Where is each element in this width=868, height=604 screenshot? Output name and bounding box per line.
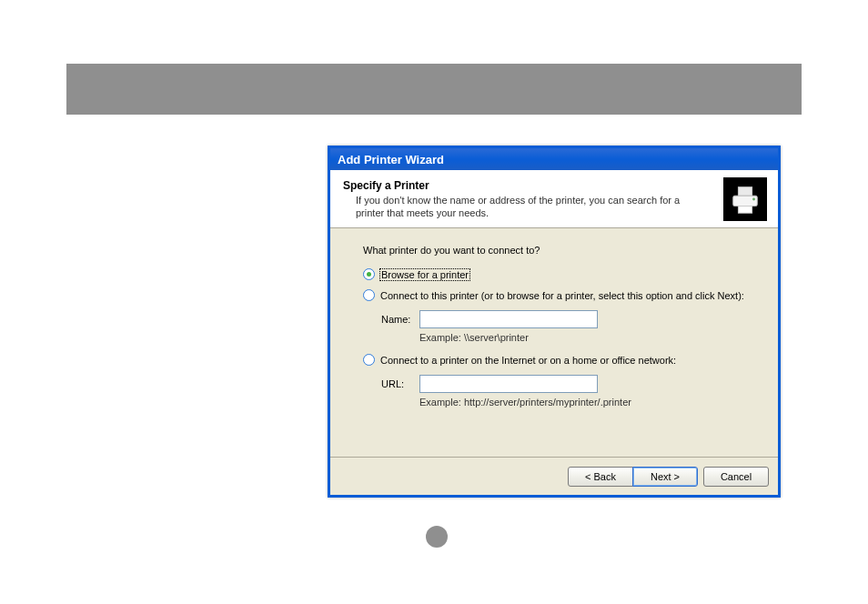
name-example: Example: \\server\printer <box>419 332 745 343</box>
radio-internet-label: Connect to a printer on the Internet or … <box>380 355 676 366</box>
cancel-button[interactable]: Cancel <box>703 467 769 487</box>
radio-browse-row[interactable]: Browse for a printer <box>363 268 745 280</box>
url-field-row: URL: <box>381 375 745 393</box>
radio-connect-row[interactable]: Connect to this printer (or to browse fo… <box>363 289 745 301</box>
back-button-label: < Back <box>585 471 616 482</box>
next-button[interactable]: Next > <box>632 467 698 487</box>
svg-rect-1 <box>733 196 758 206</box>
nav-button-group: < Back Next > <box>568 467 698 487</box>
radio-connect[interactable] <box>363 289 375 301</box>
button-bar: < Back Next > Cancel <box>330 457 778 495</box>
svg-point-3 <box>752 198 755 201</box>
page-header-bar <box>66 64 802 115</box>
name-input[interactable] <box>419 310 598 328</box>
radio-browse-label: Browse for a printer <box>380 269 469 280</box>
back-button[interactable]: < Back <box>568 467 633 487</box>
title-bar: Add Printer Wizard <box>330 148 778 170</box>
cancel-button-label: Cancel <box>721 471 752 482</box>
header-title: Specify a Printer <box>343 179 711 192</box>
url-label: URL: <box>381 378 419 389</box>
next-button-label: Next > <box>651 471 680 482</box>
header-panel: Specify a Printer If you don't know the … <box>330 170 778 228</box>
printer-icon <box>723 177 767 221</box>
radio-internet[interactable] <box>363 354 375 366</box>
radio-browse[interactable] <box>363 268 375 280</box>
page-number-circle <box>426 526 448 548</box>
body-panel: What printer do you want to connect to? … <box>330 228 778 429</box>
dialog-title: Add Printer Wizard <box>338 153 444 166</box>
svg-rect-0 <box>738 187 752 196</box>
url-example: Example: http://server/printers/myprinte… <box>419 397 745 408</box>
header-description: If you don't know the name or address of… <box>343 194 711 220</box>
url-input[interactable] <box>419 375 598 393</box>
svg-rect-2 <box>738 206 752 214</box>
name-field-row: Name: <box>381 310 745 328</box>
add-printer-wizard-dialog: Add Printer Wizard Specify a Printer If … <box>328 146 781 498</box>
radio-internet-row[interactable]: Connect to a printer on the Internet or … <box>363 354 745 366</box>
name-label: Name: <box>381 314 419 325</box>
header-text: Specify a Printer If you don't know the … <box>343 179 765 220</box>
radio-connect-label: Connect to this printer (or to browse fo… <box>380 290 744 301</box>
prompt-text: What printer do you want to connect to? <box>363 245 745 256</box>
